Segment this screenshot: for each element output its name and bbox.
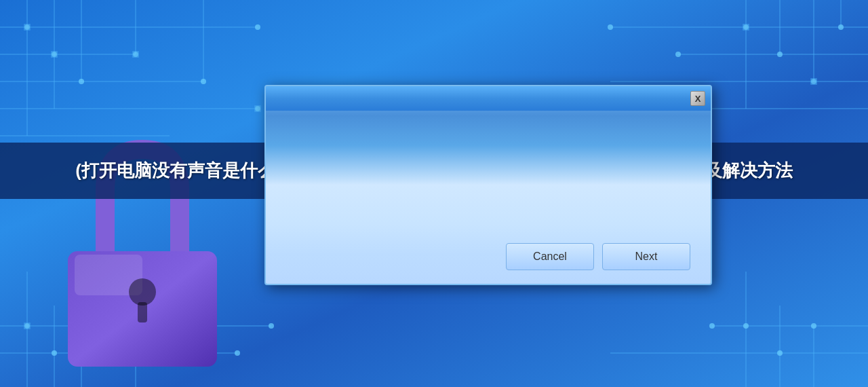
- svg-point-46: [675, 52, 681, 57]
- svg-point-33: [133, 52, 138, 57]
- svg-point-30: [24, 24, 30, 30]
- svg-point-44: [811, 79, 816, 84]
- close-button[interactable]: X: [690, 91, 705, 106]
- svg-point-42: [743, 24, 749, 30]
- svg-point-48: [743, 323, 749, 329]
- svg-point-34: [201, 79, 206, 84]
- svg-point-43: [777, 52, 783, 57]
- svg-point-47: [608, 24, 613, 30]
- svg-rect-63: [138, 302, 147, 322]
- dialog-window: X Cancel Next: [264, 85, 712, 285]
- svg-point-49: [777, 350, 783, 356]
- svg-point-41: [269, 323, 274, 329]
- svg-point-45: [838, 24, 844, 30]
- svg-point-31: [52, 52, 57, 57]
- dialog-content: [266, 111, 711, 233]
- svg-point-40: [235, 350, 240, 356]
- svg-point-50: [811, 323, 816, 329]
- svg-point-62: [129, 278, 156, 306]
- svg-point-36: [255, 106, 260, 111]
- svg-point-38: [52, 350, 57, 356]
- next-button[interactable]: Next: [602, 243, 690, 270]
- cancel-button[interactable]: Cancel: [506, 243, 594, 270]
- dialog-titlebar: X: [266, 86, 711, 111]
- svg-point-35: [255, 24, 260, 30]
- svg-point-37: [24, 323, 30, 329]
- svg-point-32: [79, 79, 84, 84]
- dialog-footer: Cancel Next: [266, 233, 711, 284]
- svg-point-51: [709, 323, 715, 329]
